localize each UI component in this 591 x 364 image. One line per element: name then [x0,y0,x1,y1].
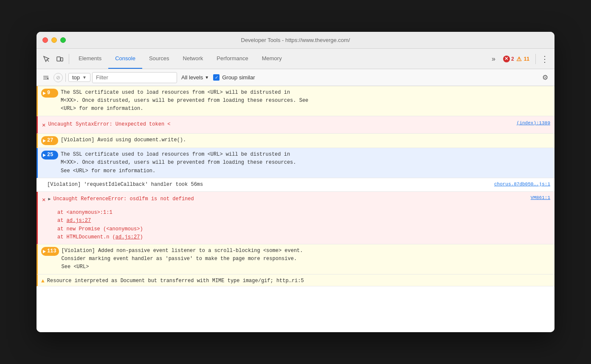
error-warning-badges: ✕ 2 ⚠ 11 [500,56,533,62]
stop-recording-button[interactable]: ⊘ [53,73,63,82]
error-source-link2[interactable]: VM861:1 [531,194,550,202]
play-triangle-icon [43,250,46,253]
count-badge-warning[interactable]: 9 [41,89,58,98]
stack-trace: at <anonymous>:1:1 at ad.js:27 at new Pr… [57,209,143,241]
close-button[interactable] [42,37,48,43]
svg-rect-2 [61,58,63,61]
title-bar: Developer Tools - https://www.theverge.c… [37,32,554,49]
play-triangle-icon [43,139,46,143]
count-badge-25[interactable]: 25 [41,151,58,160]
svg-rect-1 [57,57,60,61]
console-toolbar: ⊘ top ▼ All levels ▼ ✓ Group similar ⚙ [37,69,554,86]
tab-memory[interactable]: Memory [255,49,289,69]
console-row-warning2: 27 [Violation] Avoid using document.writ… [37,134,554,148]
svg-rect-4 [43,77,48,78]
console-message: The SSL certificate used to load resourc… [61,89,551,113]
console-row-info: 25 The SSL certificate used to load reso… [37,148,554,178]
inspect-element-button[interactable] [40,53,53,65]
context-select[interactable]: top ▼ [68,73,90,82]
stack-link-adjs[interactable]: ad.js:27 [67,218,91,224]
console-row-neutral: [Violation] 'requestIdleCallback' handle… [37,178,554,192]
row-content: 113 [Violation] Added non-passive event … [41,247,551,272]
console-row: 9 The SSL certificate used to load resou… [37,86,554,116]
tab-performance[interactable]: Performance [210,49,255,69]
tab-elements[interactable]: Elements [72,49,108,69]
svg-rect-3 [43,76,48,76]
more-options-button[interactable]: ⋮ [538,53,551,65]
row-content: 9 The SSL certificate used to load resou… [41,89,551,113]
console-row-warning113: 113 [Violation] Added non-passive event … [37,244,554,274]
error-icon: ✕ [42,120,45,130]
traffic-lights [42,37,66,43]
error-source-link[interactable]: (index):1389 [517,120,550,127]
console-row-error-expanded: ✕ ▶ Uncaught ReferenceError: osdlfm is n… [37,192,554,244]
stack-frame-2: at ad.js:27 [57,217,143,225]
console-message-error: Uncaught SyntaxError: Unexpected token < [48,120,170,129]
chevron-down-icon: ▼ [205,75,209,80]
toolbar-divider-1 [69,54,69,64]
console-divider-1 [65,73,66,82]
warning-icon: ⚠ [516,56,523,62]
levels-select[interactable]: All levels ▼ [179,73,211,81]
warning-count-badge[interactable]: ⚠ 11 [516,56,529,62]
row-content: 25 The SSL certificate used to load reso… [41,151,551,175]
checkbox-checked-icon: ✓ [213,74,220,81]
row-content: ▲ Resource interpreted as Document but t… [41,277,551,286]
settings-button[interactable]: ⚙ [539,72,551,84]
filter-input[interactable] [92,72,177,83]
minimize-button[interactable] [51,37,57,43]
error-icon: ✕ [503,56,510,62]
stack-link-adjs2[interactable]: ad.js:27 [115,234,140,240]
console-message-27: [Violation] Avoid using document.write()… [61,136,551,144]
main-toolbar: Elements Console Sources Network Perform… [37,49,554,69]
console-message-neutral: [Violation] 'requestIdleCallback' handle… [47,181,491,189]
tab-list: Elements Console Sources Network Perform… [72,49,487,69]
toolbar-divider-2 [535,54,536,64]
console-content: 9 The SSL certificate used to load resou… [37,86,554,332]
chevron-down-icon: ▼ [82,75,87,80]
count-badge-27[interactable]: 27 [41,136,58,145]
play-triangle-icon [43,92,46,95]
console-row-cut: ▲ Resource interpreted as Document but t… [37,274,554,286]
stack-frame-4: at HTMLDocument.n (ad.js:27) [57,233,143,241]
tab-sources[interactable]: Sources [142,49,176,69]
svg-line-0 [47,59,49,62]
window-title: Developer Tools - https://www.theverge.c… [241,37,350,43]
row-content: 27 [Violation] Avoid using document.writ… [41,136,551,145]
tab-console[interactable]: Console [108,49,142,69]
svg-rect-5 [43,78,47,79]
stack-frame-3: at new Promise (<anonymous>) [57,225,143,233]
stack-frame-1: at <anonymous>:1:1 [57,209,143,217]
error-icon-2: ✕ [42,195,45,204]
play-triangle-icon [43,154,46,157]
count-badge-113[interactable]: 113 [41,247,59,256]
maximize-button[interactable] [60,37,66,43]
error-count-badge[interactable]: ✕ 2 [503,56,514,62]
clear-console-button[interactable] [40,72,52,84]
neutral-source-link[interactable]: chorus.87db050….js:1 [494,181,550,188]
tab-network[interactable]: Network [176,49,210,69]
device-toggle-button[interactable] [53,53,66,65]
devtools-window: Developer Tools - https://www.theverge.c… [37,32,554,332]
console-message-cut: Resource interpreted as Document but tra… [47,277,551,285]
group-similar-checkbox[interactable]: ✓ Group similar [213,74,255,81]
console-row-error: ✕ Uncaught SyntaxError: Unexpected token… [37,116,554,134]
tab-overflow-button[interactable]: » [488,49,499,69]
expand-arrow-icon[interactable]: ▶ [48,196,51,203]
console-message-113: [Violation] Added non-passive event list… [62,247,551,272]
console-message-error2: Uncaught ReferenceError: osdlfm is not d… [53,195,194,203]
console-message-25: The SSL certificate used to load resourc… [61,151,551,175]
